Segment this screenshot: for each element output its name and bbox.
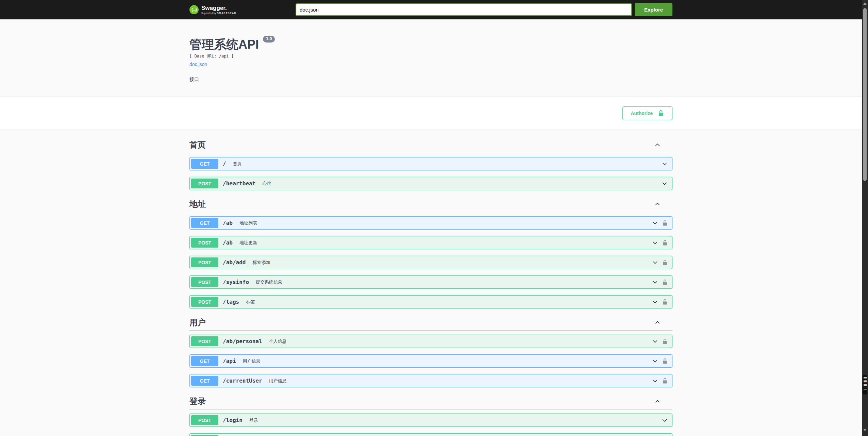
operation-path: /currentUser bbox=[223, 378, 262, 384]
tag-header[interactable]: 首页 bbox=[189, 140, 672, 153]
spec-link[interactable]: doc.json bbox=[189, 62, 207, 67]
swagger-logo[interactable]: {…} Swagger. Supported by SMARTBEAR bbox=[189, 5, 236, 15]
method-badge: GET bbox=[191, 376, 218, 386]
method-badge: POST bbox=[191, 415, 218, 425]
section-operations: POST /ab/personal 个人信息 GET /api 用户信息 bbox=[189, 335, 672, 387]
section-title: 首页 bbox=[189, 140, 206, 150]
method-badge: POST bbox=[191, 336, 218, 346]
swagger-logo-icon: {…} bbox=[189, 5, 199, 14]
lock-icon[interactable] bbox=[662, 378, 668, 384]
authorize-label: Authorize bbox=[631, 111, 653, 116]
operation-row[interactable]: POST /login 登录 bbox=[189, 414, 672, 427]
chevron-up-icon[interactable] bbox=[654, 319, 661, 326]
operation-path: /tags bbox=[223, 299, 239, 305]
operation-summary: 标签 bbox=[246, 299, 255, 305]
operation-row[interactable]: POST /heartbeat 心跳 bbox=[189, 177, 672, 190]
operation-row[interactable]: GET /ab 地址列表 bbox=[189, 216, 672, 230]
operation-path: /ab/personal bbox=[223, 338, 262, 345]
method-badge: GET bbox=[191, 356, 218, 366]
lock-icon[interactable] bbox=[662, 299, 668, 305]
lock-icon[interactable] bbox=[662, 338, 668, 345]
operation-path: /sysinfo bbox=[223, 279, 249, 285]
operation-row[interactable]: POST /ab/add 标签添加 bbox=[189, 256, 672, 269]
operation-path: /heartbeat bbox=[223, 180, 255, 187]
lock-icon[interactable] bbox=[662, 239, 668, 246]
method-badge: GET bbox=[191, 218, 218, 228]
operation-row[interactable]: POST /ab/personal 个人信息 bbox=[189, 335, 672, 348]
topbar: {…} Swagger. Supported by SMARTBEAR Expl… bbox=[0, 0, 862, 19]
operation-row[interactable]: GET / 首页 bbox=[189, 157, 672, 170]
browser-scrollbar[interactable] bbox=[862, 0, 868, 436]
chevron-down-icon[interactable] bbox=[661, 180, 668, 187]
chevron-down-icon[interactable] bbox=[652, 279, 658, 286]
api-title-text: 管理系统API bbox=[189, 38, 259, 51]
chevron-up-icon[interactable] bbox=[654, 398, 661, 405]
spec-url-form: Explore bbox=[296, 3, 672, 16]
chevron-down-icon[interactable] bbox=[652, 239, 658, 246]
method-badge: POST bbox=[191, 297, 218, 307]
operation-row[interactable]: POST /ab 地址更新 bbox=[189, 236, 672, 249]
operation-path: /api bbox=[223, 358, 236, 364]
lock-icon[interactable] bbox=[662, 259, 668, 266]
version-badge: 1.0 bbox=[263, 36, 275, 43]
chevron-down-icon[interactable] bbox=[652, 358, 658, 365]
scrollbar-down-arrow[interactable] bbox=[863, 429, 867, 431]
scrollbar-minimap bbox=[863, 375, 867, 395]
chevron-down-icon[interactable] bbox=[652, 299, 658, 305]
api-info-section: 管理系统API 1.0 [ Base URL: /api ] doc.json … bbox=[0, 19, 862, 96]
chevron-down-icon[interactable] bbox=[652, 338, 658, 345]
operation-row[interactable]: POST /tags 标签 bbox=[189, 295, 672, 308]
scrollbar-up-arrow[interactable] bbox=[863, 2, 867, 5]
spec-url-input[interactable] bbox=[296, 3, 632, 16]
operation-summary: 标签添加 bbox=[252, 259, 270, 266]
section-title: 地址 bbox=[189, 199, 206, 209]
tag-header[interactable]: 地址 bbox=[189, 199, 672, 212]
operation-summary: 心跳 bbox=[262, 181, 271, 187]
unlocked-padlock-icon bbox=[657, 110, 664, 117]
operation-path: /ab/add bbox=[223, 259, 246, 266]
method-badge: POST bbox=[191, 238, 218, 248]
operation-path: / bbox=[223, 161, 226, 167]
scheme-container: Authorize bbox=[0, 96, 862, 130]
method-badge: POST bbox=[191, 257, 218, 267]
lock-icon[interactable] bbox=[662, 220, 668, 226]
swagger-ui-page: {…} Swagger. Supported by SMARTBEAR Expl… bbox=[0, 0, 862, 436]
chevron-down-icon[interactable] bbox=[661, 161, 668, 167]
operation-row[interactable]: POST /sysinfo 提交系统信息 bbox=[189, 275, 672, 289]
operation-summary: 提交系统信息 bbox=[256, 279, 282, 285]
operation-summary: 地址更新 bbox=[239, 240, 257, 246]
chevron-up-icon[interactable] bbox=[654, 201, 661, 207]
swagger-wordmark: Swagger. bbox=[201, 5, 236, 11]
section-title: 登录 bbox=[189, 396, 206, 406]
chevron-down-icon[interactable] bbox=[652, 220, 658, 227]
operation-summary: 个人信息 bbox=[269, 338, 287, 345]
operation-path: /ab bbox=[223, 239, 233, 246]
section-title: 用户 bbox=[189, 317, 206, 328]
api-tag-section: 用户 POST /ab/personal 个人信息 bbox=[189, 317, 672, 387]
authorize-button[interactable]: Authorize bbox=[622, 106, 672, 120]
operation-summary: 用户信息 bbox=[243, 358, 261, 364]
operation-row[interactable]: POST /loginstatus 登录状态 bbox=[189, 433, 672, 436]
section-operations: GET / 首页 POST /heartbeat 心跳 bbox=[189, 157, 672, 190]
operation-row[interactable]: GET /api 用户信息 bbox=[189, 354, 672, 368]
chevron-down-icon[interactable] bbox=[652, 259, 658, 266]
chevron-down-icon[interactable] bbox=[652, 378, 658, 384]
tag-header[interactable]: 用户 bbox=[189, 317, 672, 331]
operation-summary: 首页 bbox=[233, 161, 242, 167]
api-title: 管理系统API 1.0 bbox=[189, 38, 672, 51]
base-url: [ Base URL: /api ] bbox=[189, 54, 672, 58]
scrollbar-thumb[interactable] bbox=[863, 8, 867, 181]
operation-row[interactable]: GET /currentUser 用户信息 bbox=[189, 374, 672, 387]
operation-path: /login bbox=[223, 417, 243, 423]
operations-list: 首页 GET / 首页 POST /heartbeat 心跳 bbox=[0, 130, 862, 436]
operation-summary: 地址列表 bbox=[239, 220, 257, 226]
explore-button[interactable]: Explore bbox=[635, 3, 672, 16]
method-badge: GET bbox=[191, 159, 218, 169]
lock-icon[interactable] bbox=[662, 358, 668, 364]
tag-header[interactable]: 登录 bbox=[189, 396, 672, 409]
lock-icon[interactable] bbox=[662, 279, 668, 285]
smartbear-tagline: Supported by SMARTBEAR bbox=[201, 12, 236, 15]
method-badge: POST bbox=[191, 277, 218, 287]
chevron-down-icon[interactable] bbox=[661, 417, 668, 424]
chevron-up-icon[interactable] bbox=[654, 141, 661, 148]
